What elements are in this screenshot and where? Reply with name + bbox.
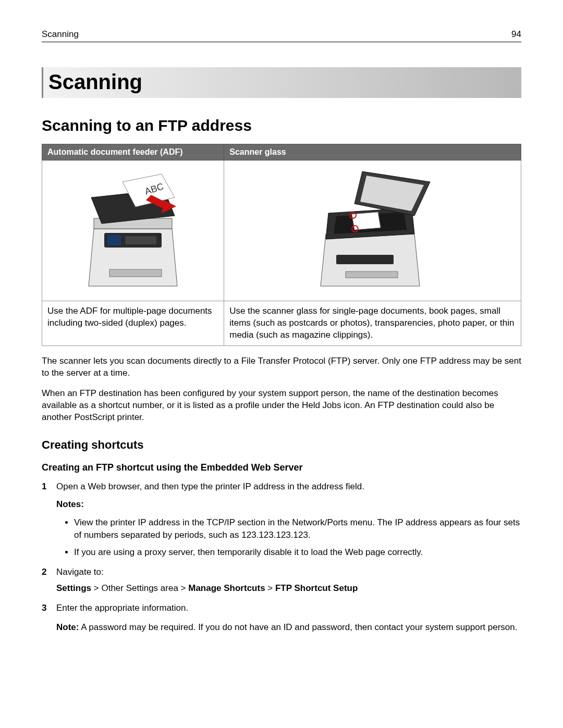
- nav-path: Settings > Other Settings area > Manage …: [56, 582, 521, 595]
- nav-settings: Settings: [56, 583, 91, 593]
- running-header: Scanning 94: [42, 29, 521, 42]
- step-1: Open a Web browser, and then type the pr…: [42, 480, 521, 559]
- section-title: Scanning to an FTP address: [42, 117, 521, 134]
- runhead-left: Scanning: [42, 29, 79, 40]
- scan-method-table: Automatic document feeder (ADF) Scanner …: [42, 144, 521, 346]
- glass-image-cell: [224, 161, 521, 301]
- step-2-text: Navigate to:: [56, 567, 104, 577]
- step-2: Navigate to: Settings > Other Settings a…: [42, 566, 521, 595]
- nav-sep-1: > Other Settings area >: [91, 583, 188, 593]
- svg-rect-4: [125, 236, 156, 244]
- adf-caption: Use the ADF for multiple‑page documents …: [42, 301, 224, 346]
- note-bullet-1: View the printer IP address in the TCP/I…: [74, 516, 521, 541]
- step-3-note-label: Note:: [56, 622, 79, 632]
- subsub-title: Creating an FTP shortcut using the Embed…: [42, 462, 521, 473]
- intro-paragraph-2: When an FTP destination has been configu…: [42, 388, 521, 424]
- nav-ftp-setup: FTP Shortcut Setup: [275, 583, 358, 593]
- table-header-adf: Automatic document feeder (ADF): [42, 144, 224, 161]
- svg-rect-20: [346, 272, 398, 278]
- notes-bullets: View the printer IP address in the TCP/I…: [56, 516, 521, 559]
- intro-paragraph-1: The scanner lets you scan documents dire…: [42, 355, 521, 379]
- svg-rect-3: [107, 235, 121, 245]
- runhead-page-number: 94: [511, 29, 521, 40]
- nav-sep-2: >: [265, 583, 275, 593]
- scanner-glass-icon: [305, 166, 440, 295]
- adf-printer-icon: ABC: [73, 166, 193, 295]
- step-3-note-text: A password may be required. If you do no…: [79, 622, 517, 632]
- step-1-text: Open a Web browser, and then type the pr…: [56, 482, 364, 491]
- steps-list: Open a Web browser, and then type the pr…: [42, 480, 521, 634]
- note-bullet-2: If you are using a proxy server, then te…: [74, 546, 521, 559]
- subsection-title: Creating shortcuts: [42, 438, 521, 452]
- chapter-title: Scanning: [48, 70, 516, 94]
- adf-image-cell: ABC: [42, 161, 224, 301]
- nav-manage-shortcuts: Manage Shortcuts: [188, 583, 265, 593]
- chapter-title-bar: Scanning: [42, 67, 521, 98]
- glass-caption: Use the scanner glass for single‑page do…: [224, 301, 521, 346]
- svg-rect-19: [336, 255, 394, 264]
- step-3: Enter the appropriate information. Note:…: [42, 602, 521, 634]
- table-header-glass: Scanner glass: [224, 144, 521, 161]
- svg-rect-10: [109, 269, 162, 277]
- step-3-note: Note: A password may be required. If you…: [56, 621, 521, 634]
- notes-label: Notes:: [56, 498, 521, 511]
- step-3-text: Enter the appropriate information.: [56, 603, 188, 613]
